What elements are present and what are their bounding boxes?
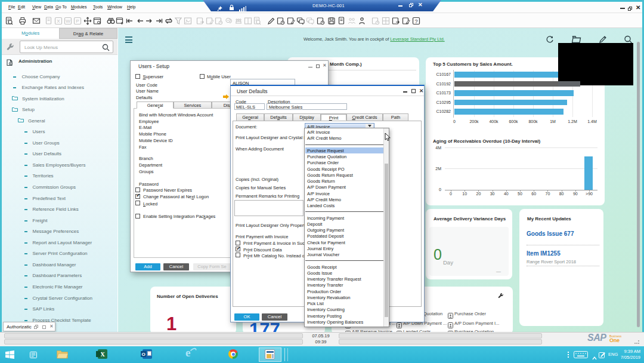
svg-text:P: P	[76, 19, 79, 24]
svg-text:X: X	[57, 19, 60, 24]
svg-text:?: ?	[414, 19, 417, 24]
svg-text:W: W	[66, 19, 70, 24]
